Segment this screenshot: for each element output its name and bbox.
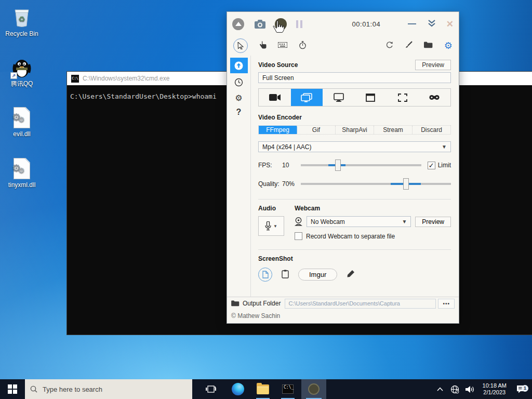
quality-value: 70% <box>282 180 301 188</box>
include-keystrokes-toggle[interactable] <box>278 42 287 49</box>
gear-icon: ⚙ <box>18 115 25 124</box>
video-encoder-heading: Video Encoder <box>258 114 302 121</box>
fps-slider[interactable] <box>301 164 421 166</box>
network-globe-icon[interactable] <box>449 385 461 394</box>
desktop-icon-label: 腾讯QQ <box>0 81 44 87</box>
video-source-heading: Video Source <box>258 61 298 69</box>
sidebar-settings-tab[interactable]: ⚙ <box>235 93 242 103</box>
pause-button[interactable] <box>296 20 302 28</box>
collapse-button[interactable] <box>232 18 244 30</box>
encoder-tabs: FFmpeg Gif SharpAvi Stream Discard <box>258 125 451 135</box>
captura-titlebar[interactable]: 00:01:04 ✕ <box>227 12 459 36</box>
record-webcam-label: Record Webcam to separate file <box>306 233 395 240</box>
screenshot-camera-button[interactable] <box>255 20 265 29</box>
taskbar-clock[interactable]: 10:18 AM 2/1/2023 <box>480 382 510 396</box>
tray-show-hidden-chevron[interactable] <box>434 387 446 391</box>
desktop-icon-tinyxml-dll[interactable]: ⚙ ⚙ tinyxml.dll <box>0 157 44 189</box>
encoder-tab-stream[interactable]: Stream <box>374 126 413 134</box>
edit-pencil-button[interactable] <box>347 270 355 280</box>
refresh-button[interactable] <box>385 41 393 50</box>
captura-toolbar: ⚙ <box>227 36 459 56</box>
captura-window[interactable]: 00:01:04 ✕ <box>227 11 459 324</box>
open-folder-button[interactable] <box>424 42 433 50</box>
taskbar-captura-icon[interactable] <box>301 379 326 399</box>
imgur-upload-button[interactable]: Imgur <box>298 269 337 281</box>
delay-stopwatch-button[interactable] <box>299 41 307 51</box>
output-folder-more-button[interactable]: ••• <box>438 299 455 309</box>
sidebar-recent-tab[interactable] <box>234 78 243 88</box>
include-clicks-toggle[interactable] <box>259 41 267 51</box>
expand-chevrons-button[interactable] <box>428 20 436 29</box>
fps-limit-label: Limit <box>438 162 451 169</box>
output-folder-bar: Output Folder C:\Users\StandardUser\Docu… <box>227 297 459 310</box>
settings-gear-icon[interactable]: ⚙ <box>444 40 453 51</box>
desktop-wallpaper: ♻ Recycle Bin ↗ 腾讯QQ ⚙ ⚙ evil.d <box>0 0 532 399</box>
encoder-tab-discard[interactable]: Discard <box>413 126 450 134</box>
taskbar: Type here to search C:\_ 10:18 AM <box>0 379 532 399</box>
start-button[interactable] <box>0 379 25 399</box>
close-button[interactable]: ✕ <box>446 19 454 30</box>
screenshot-to-file-button[interactable] <box>258 268 272 282</box>
quality-label: Quality: <box>258 180 282 188</box>
taskbar-file-explorer-icon[interactable] <box>251 379 274 399</box>
output-folder-path[interactable]: C:\Users\StandardUser\Documents\Captura <box>285 299 436 309</box>
sidebar-help-tab[interactable]: ? <box>236 108 242 117</box>
shortcut-arrow-icon: ↗ <box>10 72 17 79</box>
encoder-tab-gif[interactable]: Gif <box>297 126 336 134</box>
recording-timer: 00:01:04 <box>302 20 402 28</box>
divider <box>258 199 451 200</box>
source-window-button[interactable] <box>355 89 387 106</box>
webcam-dropdown[interactable]: No Webcam ▼ <box>307 216 411 227</box>
quality-slider[interactable] <box>301 183 451 185</box>
taskbar-cmd-icon[interactable]: C:\_ <box>276 379 299 399</box>
microphone-button[interactable]: ▼ <box>258 216 284 236</box>
fps-slider-thumb[interactable] <box>335 159 341 171</box>
desktop-icon-recycle-bin[interactable]: ♻ Recycle Bin <box>0 6 44 37</box>
chevron-down-icon: ▼ <box>273 224 277 229</box>
minimize-button[interactable] <box>408 23 416 24</box>
source-region-button[interactable] <box>387 89 419 106</box>
cmd-prompt-line: C:\Users\StandardUser\Desktop>whoami <box>70 92 217 100</box>
webcam-preview-button[interactable]: Preview <box>415 217 451 227</box>
desktop-icon-label: Recycle Bin <box>0 31 44 37</box>
video-source-type-row <box>258 88 451 107</box>
desktop-icon-qq[interactable]: ↗ 腾讯QQ <box>0 56 44 87</box>
taskbar-edge-icon[interactable] <box>227 379 249 399</box>
divider <box>258 249 451 250</box>
encoder-tab-ffmpeg[interactable]: FFmpeg <box>259 126 297 134</box>
record-webcam-checkbox[interactable]: ✓ <box>295 232 302 240</box>
source-screen-button[interactable] <box>323 89 355 106</box>
include-cursor-toggle[interactable] <box>233 38 248 53</box>
encoder-tab-sharpavi[interactable]: SharpAvi <box>336 126 374 134</box>
source-fullscreen-button[interactable] <box>291 89 323 106</box>
fps-limit-checkbox[interactable]: ✓ <box>428 162 435 169</box>
dll-file-icon: ⚙ ⚙ <box>10 107 33 129</box>
search-placeholder: Type here to search <box>43 385 102 393</box>
action-center-button[interactable]: 1 <box>513 385 529 393</box>
qq-penguin-icon: ↗ <box>10 56 33 79</box>
brush-theme-button[interactable] <box>405 41 413 50</box>
task-view-button[interactable] <box>200 379 222 399</box>
desktop-icon-label: tinyxml.dll <box>0 182 44 189</box>
video-source-preview-button[interactable]: Preview <box>415 60 451 70</box>
chevron-down-icon: ▼ <box>402 219 407 224</box>
sidebar-home-tab[interactable] <box>230 58 248 73</box>
dll-file-icon: ⚙ ⚙ <box>10 157 33 180</box>
source-videocam-button[interactable] <box>259 89 291 106</box>
taskbar-search-input[interactable]: Type here to search <box>25 379 192 399</box>
fps-value: 10 <box>282 162 301 169</box>
chevron-down-icon: ▼ <box>442 144 447 150</box>
quality-slider-thumb[interactable] <box>403 178 409 190</box>
codec-dropdown[interactable]: Mp4 (x264 | AAC) ▼ <box>258 141 451 152</box>
video-source-value[interactable]: Full Screen <box>258 72 451 83</box>
output-folder-label: Output Folder <box>243 300 281 307</box>
svg-text:♻: ♻ <box>18 15 25 23</box>
source-game-button[interactable] <box>419 89 451 106</box>
mouse-hand-cursor <box>272 20 285 33</box>
captura-footer-credit: © Mathew Sachin <box>227 310 459 323</box>
volume-icon[interactable] <box>464 385 476 393</box>
clock-time: 10:18 AM <box>483 382 507 389</box>
desktop-icon-evil-dll[interactable]: ⚙ ⚙ evil.dll <box>0 107 44 138</box>
screenshot-to-clipboard-button[interactable] <box>282 270 289 280</box>
notification-count-badge: 1 <box>522 385 528 392</box>
